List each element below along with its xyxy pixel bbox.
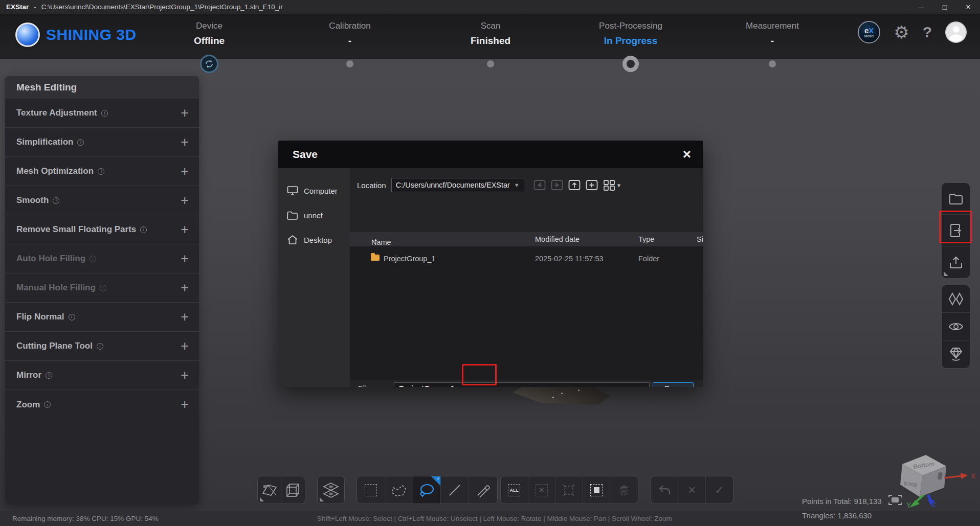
maximize-button[interactable]: □: [933, 0, 956, 14]
stage-device[interactable]: Device Offline: [148, 21, 271, 47]
column-size[interactable]: Size: [697, 235, 703, 243]
file-name-input[interactable]: ProjectGroup_1: [394, 382, 650, 387]
file-name-label: File name: [358, 384, 391, 387]
expand-plus-icon[interactable]: +: [181, 222, 189, 238]
scan-stage-dot: [487, 60, 494, 67]
column-modified[interactable]: Modified date: [535, 235, 580, 243]
info-icon: i: [44, 401, 51, 408]
sidebar-item-cutting-plane-tool[interactable]: Cutting Plane Tooli +: [5, 332, 199, 361]
fit-view-icon[interactable]: [888, 494, 902, 506]
folder-icon: [287, 211, 298, 220]
compare-view-button[interactable]: [942, 285, 970, 313]
view-mode-caret-icon[interactable]: ▾: [617, 181, 621, 189]
polygon-select-button[interactable]: [385, 476, 413, 504]
close-button[interactable]: ×: [956, 0, 980, 14]
line-select-button[interactable]: [441, 476, 469, 504]
cancel-edit-button: ×: [678, 476, 705, 504]
bounding-box-button[interactable]: [281, 476, 305, 504]
sidebar-item-mirror[interactable]: Mirrori +: [5, 361, 199, 390]
back-arrow-icon: [533, 179, 546, 191]
sidebar-item-remove-small-floating-parts[interactable]: Remove Small Floating Partsi +: [5, 215, 199, 244]
view-mode-button[interactable]: [602, 178, 616, 192]
confirm-actions-group: × ✓: [651, 476, 733, 504]
expand-plus-icon[interactable]: +: [181, 309, 189, 325]
clipping-plane-button[interactable]: [258, 476, 281, 504]
brush-select-button[interactable]: [469, 476, 497, 504]
dialog-title: Save: [293, 148, 318, 161]
user-avatar-icon[interactable]: [945, 21, 967, 43]
deselect-icon: ×: [536, 484, 548, 496]
visibility-button[interactable]: [942, 313, 970, 340]
info-icon: i: [53, 197, 59, 204]
project-path: C:\Users\unncf\Documents\EXStar\ProjectG…: [41, 3, 283, 11]
column-name[interactable]: Name ▲: [371, 235, 376, 243]
apply-edit-button: ✓: [706, 476, 733, 504]
view-tools-group: [257, 476, 305, 504]
gem-rotate-icon: [948, 347, 964, 361]
help-icon[interactable]: ?: [923, 21, 932, 43]
polygon-select-icon: [391, 484, 407, 497]
sidebar-item-zoom[interactable]: Zoomi +: [5, 390, 199, 419]
folder-up-icon: [568, 179, 581, 191]
place-unncf[interactable]: unncf: [278, 203, 350, 227]
location-dropdown[interactable]: C:/Users/unncf/Documents/EXStar ▼: [391, 178, 524, 192]
expand-plus-icon[interactable]: +: [181, 368, 189, 383]
share-upload-button[interactable]: [942, 246, 970, 278]
sidebar-item-mesh-optimization[interactable]: Mesh Optimizationi +: [5, 157, 199, 186]
layers-button[interactable]: [318, 476, 344, 504]
place-desktop[interactable]: Desktop: [278, 227, 350, 252]
place-computer[interactable]: Computer: [278, 178, 350, 203]
new-folder-button[interactable]: [585, 178, 599, 192]
sidebar-item-texture-adjustment[interactable]: Texture Adjustmenti +: [5, 99, 199, 128]
export-model-button[interactable]: [942, 215, 970, 246]
expand-selection-button: [555, 476, 583, 504]
stage-scan[interactable]: Scan Finished: [429, 21, 552, 47]
submenu-caret: [260, 497, 264, 501]
line-select-icon: [448, 483, 462, 497]
brand-name: SHINING 3D: [46, 26, 137, 43]
select-all-button[interactable]: ALL: [501, 476, 528, 504]
dialog-close-icon[interactable]: ×: [683, 147, 691, 162]
expand-plus-icon[interactable]: +: [181, 397, 189, 413]
sort-asc-icon: ▲: [373, 237, 378, 242]
info-icon: i: [46, 372, 52, 379]
minimize-button[interactable]: –: [909, 0, 933, 14]
sidebar-item-smooth[interactable]: Smoothi +: [5, 186, 199, 215]
cube-icon: [285, 483, 301, 497]
delete-selection-button: [610, 476, 638, 504]
selection-tools-group: ✓: [357, 476, 498, 504]
lasso-select-button[interactable]: ✓: [413, 476, 441, 504]
folder-icon: [371, 255, 380, 261]
stage-calibration[interactable]: Calibration -: [288, 21, 411, 47]
folder-icon: [949, 193, 963, 205]
expand-plus-icon[interactable]: +: [181, 338, 189, 354]
expand-plus-icon[interactable]: +: [181, 105, 189, 121]
open-button[interactable]: Open: [653, 382, 694, 387]
sidebar-item-auto-hole-filling: Auto Hole Fillingi +: [5, 244, 199, 273]
deselect-button: ×: [528, 476, 556, 504]
sidebar-item-flip-normal[interactable]: Flip Normali +: [5, 303, 199, 332]
render-mode-button[interactable]: [942, 340, 970, 368]
open-project-button[interactable]: [942, 183, 970, 215]
column-type[interactable]: Type: [638, 235, 654, 243]
exmodel-badge-icon[interactable]: eX Model: [858, 21, 880, 43]
title-separator: -: [34, 3, 36, 11]
device-sync-icon[interactable]: [200, 55, 218, 73]
invert-selection-button[interactable]: [583, 476, 611, 504]
table-row[interactable]: ProjectGroup_1 2025-02-25 11:57:53 Folde…: [350, 251, 703, 266]
rect-select-button[interactable]: [357, 476, 385, 504]
expand-plus-icon[interactable]: +: [181, 193, 189, 209]
settings-gear-icon[interactable]: ⚙: [894, 21, 909, 43]
expand-plus-icon: +: [181, 251, 189, 267]
shining3d-logo-icon: [15, 22, 40, 47]
sidebar-item-simplification[interactable]: Simplificationi +: [5, 128, 199, 157]
expand-plus-icon[interactable]: +: [181, 134, 189, 150]
expand-plus-icon[interactable]: +: [181, 164, 189, 179]
folder-up-button[interactable]: [567, 178, 582, 192]
info-icon: i: [100, 285, 106, 291]
info-icon: i: [101, 110, 108, 117]
stage-post-processing[interactable]: Post-Processing In Progress: [569, 21, 692, 47]
stage-measurement[interactable]: Measurement -: [711, 21, 834, 47]
eye-icon: [948, 321, 964, 332]
select-all-icon: ALL: [508, 484, 520, 496]
